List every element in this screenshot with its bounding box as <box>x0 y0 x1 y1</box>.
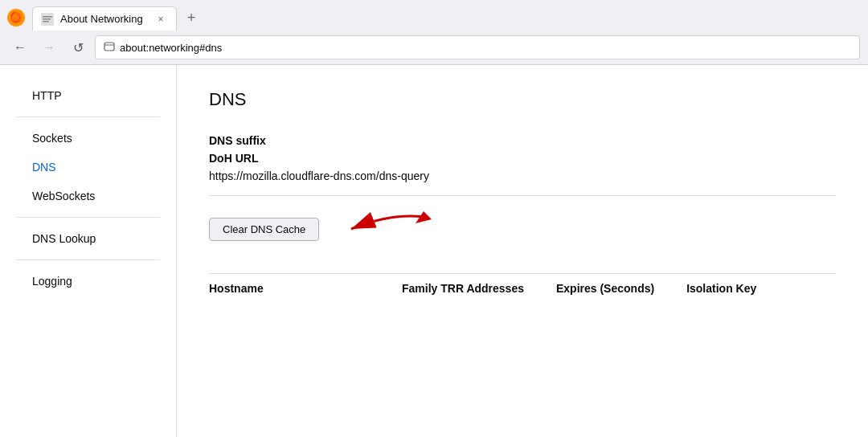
page-icon <box>41 13 54 26</box>
dns-suffix-row: DNS suffix <box>209 134 836 147</box>
clear-dns-cache-button[interactable]: Clear DNS Cache <box>209 218 319 241</box>
sidebar-item-sockets[interactable]: Sockets <box>0 124 176 153</box>
sidebar-item-http[interactable]: HTTP <box>0 81 176 110</box>
main-content: DNS DNS suffix DoH URL https://mozilla.c… <box>177 65 868 437</box>
clear-btn-container: Clear DNS Cache <box>209 209 836 249</box>
sidebar-item-dns[interactable]: DNS <box>0 153 176 182</box>
doh-url-value: https://mozilla.cloudflare-dns.com/dns-q… <box>209 169 836 196</box>
sidebar: HTTP Sockets DNS WebSockets DNS Lookup L… <box>0 65 177 437</box>
forward-button[interactable]: → <box>37 35 61 59</box>
new-tab-button[interactable]: + <box>180 6 203 29</box>
tab-bar: About Networking × + <box>0 0 868 31</box>
svg-point-2 <box>13 14 19 21</box>
page-content: HTTP Sockets DNS WebSockets DNS Lookup L… <box>0 65 868 437</box>
svg-rect-7 <box>104 43 114 51</box>
doh-url-label: DoH URL <box>209 152 836 165</box>
page-title: DNS <box>209 89 836 110</box>
red-arrow-annotation <box>335 209 432 249</box>
reload-button[interactable]: ↺ <box>66 35 90 59</box>
sidebar-item-websockets[interactable]: WebSockets <box>0 182 176 210</box>
tab-close-button[interactable]: × <box>154 12 168 27</box>
th-family-trr: Family TRR Addresses <box>402 282 524 295</box>
svg-rect-4 <box>43 16 52 18</box>
sidebar-item-logging[interactable]: Logging <box>0 267 176 296</box>
sidebar-divider-2 <box>16 217 160 218</box>
address-bar[interactable]: about:networking#dns <box>95 35 860 59</box>
sidebar-divider-3 <box>16 259 160 260</box>
sidebar-item-dns-lookup[interactable]: DNS Lookup <box>0 224 176 253</box>
back-button[interactable]: ← <box>8 35 32 59</box>
address-bar-icon <box>104 41 115 55</box>
active-tab[interactable]: About Networking × <box>32 6 177 31</box>
th-expires: Expires (Seconds) <box>556 282 654 295</box>
table-headers: Hostname Family TRR Addresses Expires (S… <box>209 273 836 295</box>
doh-url-row: DoH URL <box>209 152 836 165</box>
th-isolation-key: Isolation Key <box>686 282 783 295</box>
nav-bar: ← → ↺ about:networking#dns <box>0 31 868 64</box>
tab-title: About Networking <box>60 13 147 25</box>
th-hostname: Hostname <box>209 282 370 295</box>
svg-rect-5 <box>43 18 51 20</box>
sidebar-divider-1 <box>16 116 160 117</box>
svg-rect-6 <box>43 21 49 22</box>
address-text: about:networking#dns <box>120 42 851 54</box>
firefox-icon <box>6 8 26 27</box>
dns-suffix-label: DNS suffix <box>209 134 836 147</box>
